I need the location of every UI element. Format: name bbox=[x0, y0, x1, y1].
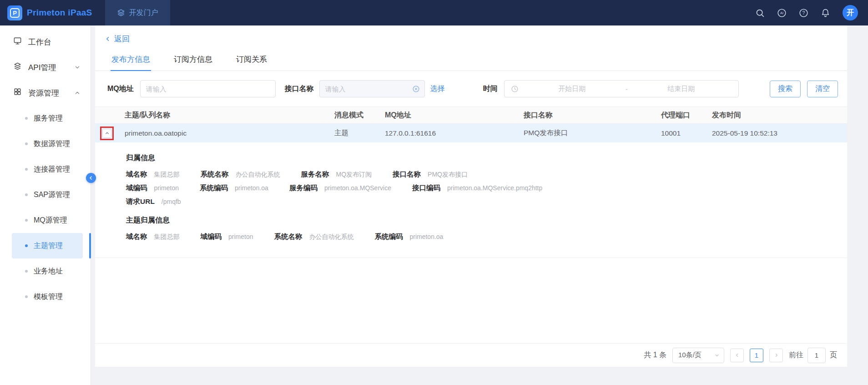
sidebar-item-service-management[interactable]: 服务管理 bbox=[12, 106, 83, 131]
sidebar-item-resource-management[interactable]: 资源管理 bbox=[0, 80, 91, 106]
expand-column-header bbox=[95, 107, 119, 123]
detail-row: 域编码primeton 系统编码primeton.oa 服务编码primeton… bbox=[126, 183, 829, 193]
chevron-up-icon bbox=[105, 131, 110, 136]
range-separator: - bbox=[626, 85, 628, 93]
annotation-highlight bbox=[100, 127, 114, 140]
app-root: P Primeton iPaaS 开发门户 AI ? 开 bbox=[0, 0, 868, 385]
bullet-dot-icon bbox=[25, 142, 28, 145]
end-date-placeholder[interactable]: 结束日期 bbox=[631, 85, 732, 93]
svg-text:AI: AI bbox=[780, 11, 783, 15]
content-panel: 返回 发布方信息 订阅方信息 订阅关系 MQ地址 接口名称 bbox=[95, 25, 847, 367]
table-header-row: 主题/队列名称 消息模式 MQ地址 接口名称 代理端口 发布时间 bbox=[95, 106, 847, 124]
filter-bar: MQ地址 接口名称 选择 时间 bbox=[95, 71, 847, 97]
time-label: 时间 bbox=[483, 84, 498, 94]
chevron-left-icon bbox=[735, 353, 740, 358]
sidebar-item-business-address[interactable]: 业务地址 bbox=[12, 258, 83, 284]
bullet-dot-icon bbox=[25, 270, 28, 273]
nav-portal-tab[interactable]: 开发门户 bbox=[105, 0, 170, 25]
page-suffix-label: 页 bbox=[830, 350, 837, 360]
user-avatar[interactable]: 开 bbox=[843, 5, 858, 20]
primeton-logo-icon: P bbox=[7, 5, 22, 20]
portal-tab-label: 开发门户 bbox=[129, 8, 158, 18]
goto-page-group: 前往 页 bbox=[789, 348, 837, 363]
api-name-label: 接口名称 bbox=[285, 84, 314, 94]
bullet-dot-icon bbox=[25, 219, 28, 222]
mq-address-label: MQ地址 bbox=[107, 84, 134, 94]
tab-subscription-relation[interactable]: 订阅关系 bbox=[235, 49, 268, 71]
main-area: 返回 发布方信息 订阅方信息 订阅关系 MQ地址 接口名称 bbox=[91, 25, 868, 385]
back-link[interactable]: 返回 bbox=[105, 34, 130, 44]
publisher-table: 主题/队列名称 消息模式 MQ地址 接口名称 代理端口 发布时间 bbox=[95, 106, 847, 258]
bullet-dot-icon bbox=[25, 295, 28, 298]
chevron-left-icon bbox=[88, 175, 94, 181]
sidebar-item-sap-source-management[interactable]: SAP源管理 bbox=[12, 182, 83, 208]
topic-owner-info-title: 主题归属信息 bbox=[126, 216, 829, 225]
detail-row: 请求URL/pmqfb bbox=[126, 197, 829, 207]
detail-row: 域名称集团总部 域编码primeton 系统名称办公自动化系统 系统编码prim… bbox=[126, 232, 829, 242]
row-expanded-detail: 归属信息 域名称集团总部 系统名称办公自动化系统 服务名称MQ发布订阅 接口名称… bbox=[95, 142, 847, 258]
search-button[interactable]: 搜索 bbox=[770, 81, 801, 97]
chevron-up-icon bbox=[74, 90, 81, 96]
sidebar: 工作台 API管理 资源管理 bbox=[0, 25, 91, 385]
body-row: 工作台 API管理 资源管理 bbox=[0, 25, 868, 385]
prev-page-button[interactable] bbox=[730, 349, 744, 362]
table-row[interactable]: primeton.oa.oatopic 主题 127.0.0.1:61616 P… bbox=[95, 124, 847, 142]
clock-icon bbox=[511, 85, 519, 93]
collapse-row-toggle[interactable] bbox=[102, 129, 111, 138]
page-size-select[interactable]: 10条/页 bbox=[672, 348, 724, 363]
help-icon[interactable]: ? bbox=[799, 8, 808, 18]
cell-proxy-port: 10001 bbox=[655, 124, 706, 142]
start-date-placeholder[interactable]: 开始日期 bbox=[521, 85, 623, 93]
bullet-dot-icon bbox=[25, 193, 28, 196]
total-count-label: 共 1 条 bbox=[644, 350, 666, 360]
date-range-picker[interactable]: 开始日期 - 结束日期 bbox=[504, 80, 739, 97]
mq-address-input[interactable] bbox=[146, 85, 271, 93]
next-page-button[interactable] bbox=[769, 349, 783, 362]
sidebar-item-mq-source-management[interactable]: MQ源管理 bbox=[12, 208, 83, 233]
sidebar-item-api-management[interactable]: API管理 bbox=[0, 55, 91, 80]
brand: P Primeton iPaaS bbox=[0, 5, 99, 20]
api-name-input[interactable] bbox=[325, 85, 409, 93]
sidebar-item-datasource-management[interactable]: 数据源管理 bbox=[12, 131, 83, 157]
cell-api-name: PMQ发布接口 bbox=[518, 124, 655, 142]
sidebar-item-workbench[interactable]: 工作台 bbox=[0, 29, 91, 55]
chevron-down-icon bbox=[74, 64, 81, 71]
page-number-button[interactable]: 1 bbox=[750, 349, 763, 362]
cell-message-mode: 主题 bbox=[328, 124, 379, 142]
header-actions: AI ? 开 bbox=[755, 5, 868, 20]
cell-publish-time: 2025-05-19 10:52:13 bbox=[706, 124, 847, 142]
layers-icon bbox=[117, 9, 125, 17]
tab-publisher-info[interactable]: 发布方信息 bbox=[111, 49, 151, 71]
circle-close-icon[interactable] bbox=[412, 85, 420, 93]
cell-mq-address: 127.0.0.1:61616 bbox=[379, 124, 518, 142]
bullet-dot-icon bbox=[25, 168, 28, 171]
cell-topic-name: primeton.oa.oatopic bbox=[119, 124, 328, 142]
resource-icon bbox=[13, 87, 22, 98]
top-header: P Primeton iPaaS 开发门户 AI ? 开 bbox=[0, 0, 868, 25]
sidebar-item-topic-management[interactable]: 主题管理 bbox=[12, 233, 83, 258]
sidebar-collapse-handle[interactable] bbox=[86, 173, 96, 183]
search-icon[interactable] bbox=[755, 8, 765, 18]
tab-subscriber-info[interactable]: 订阅方信息 bbox=[173, 49, 213, 71]
owner-info-title: 归属信息 bbox=[126, 153, 829, 163]
pagination-bar: 共 1 条 10条/页 1 bbox=[95, 343, 847, 367]
tab-bar: 发布方信息 订阅方信息 订阅关系 bbox=[95, 49, 847, 71]
select-api-link[interactable]: 选择 bbox=[430, 84, 445, 94]
expand-cell bbox=[95, 124, 119, 142]
ai-assistant-icon[interactable]: AI bbox=[777, 8, 787, 18]
api-icon bbox=[13, 62, 22, 73]
notification-bell-icon[interactable] bbox=[821, 8, 830, 18]
detail-row: 域名称集团总部 系统名称办公自动化系统 服务名称MQ发布订阅 接口名称PMQ发布… bbox=[126, 170, 829, 179]
clear-button[interactable]: 清空 bbox=[807, 81, 838, 97]
sidebar-item-connector-management[interactable]: 连接器管理 bbox=[12, 157, 83, 182]
bullet-dot-icon bbox=[25, 117, 28, 120]
active-indicator-bar bbox=[89, 233, 91, 258]
workbench-icon bbox=[13, 36, 22, 47]
api-name-input-wrap bbox=[319, 80, 425, 97]
chevron-down-icon bbox=[714, 353, 720, 358]
goto-page-input[interactable] bbox=[807, 348, 826, 363]
bullet-dot-icon bbox=[25, 244, 28, 247]
goto-label: 前往 bbox=[789, 350, 803, 360]
brand-title: Primeton iPaaS bbox=[27, 8, 92, 18]
sidebar-item-template-management[interactable]: 模板管理 bbox=[12, 284, 83, 309]
